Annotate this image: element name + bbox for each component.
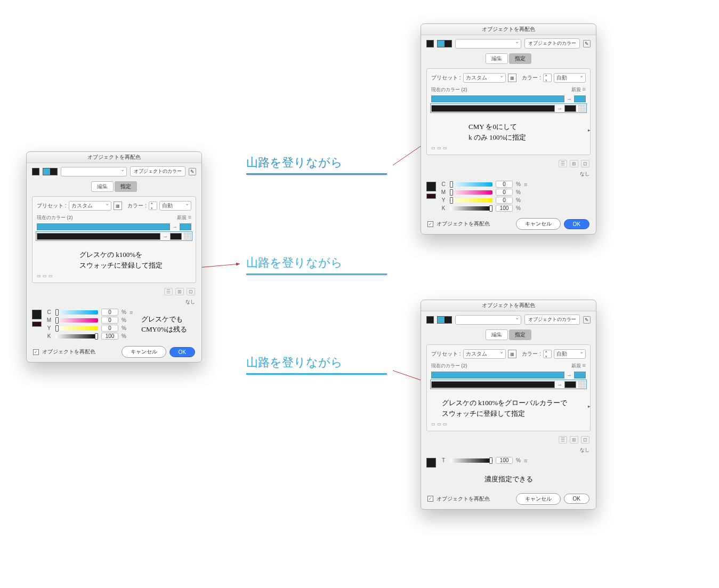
tab-assign[interactable]: 指定 xyxy=(509,53,531,64)
menu-icon[interactable]: ≡ xyxy=(188,214,191,220)
tool-icon[interactable]: ▭ xyxy=(431,146,435,150)
toolbar-icon[interactable]: ⊡ xyxy=(581,160,589,167)
recolor-checkbox[interactable]: ✓ xyxy=(427,496,433,502)
value-k[interactable]: 100 xyxy=(496,205,513,212)
preset-dropdown[interactable]: カスタム xyxy=(463,73,506,83)
cmyk-swatch-small[interactable] xyxy=(32,321,42,327)
slider-c[interactable] xyxy=(55,310,98,315)
expand-triangle-icon[interactable]: ▸ xyxy=(588,404,591,409)
tab-edit[interactable]: 編集 xyxy=(91,181,114,192)
new-swatch-cyan[interactable] xyxy=(574,372,586,378)
ok-button[interactable]: OK xyxy=(564,219,589,229)
color-bar-black[interactable] xyxy=(431,105,555,112)
tool-icon[interactable]: ▭ xyxy=(37,273,41,278)
new-swatch-black[interactable] xyxy=(564,105,576,112)
eyedropper-icon[interactable]: ✎ xyxy=(583,40,591,47)
color-bar-cyan[interactable] xyxy=(431,95,564,102)
preset-dropdown[interactable]: カスタム xyxy=(69,201,111,211)
swatch-pair[interactable] xyxy=(437,40,452,47)
swatch-current-fill[interactable] xyxy=(426,316,434,324)
color-group-grid-icon[interactable]: ▦ xyxy=(114,202,122,210)
color-group-dropdown[interactable] xyxy=(61,167,127,176)
eyedropper-icon[interactable]: ✎ xyxy=(583,316,591,324)
slider-m[interactable] xyxy=(55,318,98,323)
new-swatch-cyan[interactable] xyxy=(180,223,191,230)
swatch-grid-icon[interactable] xyxy=(578,104,586,112)
color-count-dropdown[interactable]: 自動 xyxy=(554,73,586,83)
recolor-checkbox[interactable]: ✓ xyxy=(33,349,39,355)
color-group-grid-icon[interactable]: ▦ xyxy=(508,350,516,358)
tab-assign[interactable]: 指定 xyxy=(509,329,531,340)
object-color-button[interactable]: オブジェクトのカラー xyxy=(524,315,580,325)
tool-icon[interactable]: ▭ xyxy=(431,422,435,426)
slider-y[interactable] xyxy=(450,198,492,203)
new-swatch-black[interactable] xyxy=(564,381,576,388)
swatch-grid-icon[interactable] xyxy=(184,232,191,240)
cancel-button[interactable]: キャンセル xyxy=(516,493,561,505)
slider-k[interactable] xyxy=(450,206,492,211)
menu-icon[interactable]: ≡ xyxy=(524,457,527,464)
color-bar-black[interactable] xyxy=(431,381,555,388)
slider-m[interactable] xyxy=(450,190,492,195)
cmyk-swatch-big[interactable] xyxy=(32,310,42,319)
tab-edit[interactable]: 編集 xyxy=(486,329,508,340)
swatch-current-fill[interactable] xyxy=(426,40,434,47)
value-y[interactable]: 0 xyxy=(496,197,513,204)
recolor-checkbox[interactable]: ✓ xyxy=(427,221,433,227)
expand-triangle-icon[interactable]: ▸ xyxy=(588,127,591,133)
color-group-dropdown[interactable] xyxy=(455,39,521,49)
new-swatch-black[interactable] xyxy=(170,233,182,240)
value-c[interactable]: 0 xyxy=(496,181,513,188)
tool-icon[interactable]: ▭ xyxy=(437,422,441,426)
color-count-dropdown[interactable]: 自動 xyxy=(159,201,191,211)
color-group-grid-icon[interactable]: ▦ xyxy=(508,74,516,82)
value-y[interactable]: 0 xyxy=(101,325,118,332)
slider-k[interactable] xyxy=(55,334,98,339)
tool-icon[interactable]: ▭ xyxy=(43,273,47,278)
slider-c[interactable] xyxy=(450,182,492,187)
tool-icon[interactable]: ▭ xyxy=(443,422,447,426)
eyedropper-icon[interactable]: ✎ xyxy=(189,168,196,175)
object-color-button[interactable]: オブジェクトのカラー xyxy=(524,38,580,49)
toolbar-icon[interactable]: ☰ xyxy=(559,436,567,444)
toolbar-icon[interactable]: ⊞ xyxy=(175,288,184,295)
menu-icon[interactable]: ≡ xyxy=(583,86,586,92)
toolbar-icon[interactable]: ☰ xyxy=(164,288,173,295)
cmyk-swatch-small[interactable] xyxy=(426,194,436,199)
cancel-button[interactable]: キャンセル xyxy=(122,346,166,358)
value-m[interactable]: 0 xyxy=(496,189,513,196)
value-m[interactable]: 0 xyxy=(101,317,118,324)
toolbar-icon[interactable]: ☰ xyxy=(559,160,567,167)
menu-icon[interactable]: ≡ xyxy=(130,309,133,316)
tool-icon[interactable]: ▭ xyxy=(437,146,441,150)
cancel-button[interactable]: キャンセル xyxy=(516,218,561,230)
new-swatch-cyan[interactable] xyxy=(574,95,586,102)
tool-icon[interactable]: ▭ xyxy=(443,146,447,150)
tab-assign[interactable]: 指定 xyxy=(115,181,137,192)
preset-dropdown[interactable]: カスタム xyxy=(463,349,506,359)
value-t[interactable]: 100 xyxy=(496,457,513,464)
color-group-dropdown[interactable] xyxy=(455,315,521,325)
value-c[interactable]: 0 xyxy=(101,309,118,316)
slider-t[interactable] xyxy=(450,458,492,463)
tool-icon[interactable]: ▭ xyxy=(49,273,53,278)
tint-swatch[interactable] xyxy=(426,458,436,468)
toolbar-icon[interactable]: ⊞ xyxy=(570,436,578,444)
color-bar-cyan[interactable] xyxy=(37,223,170,230)
slider-y[interactable] xyxy=(55,326,98,331)
value-k[interactable]: 100 xyxy=(101,333,118,340)
color-count-stepper[interactable] xyxy=(149,202,157,210)
toolbar-icon[interactable]: ⊞ xyxy=(570,160,578,167)
swatch-grid-icon[interactable] xyxy=(578,381,586,388)
swatch-current-fill[interactable] xyxy=(32,168,39,175)
ok-button[interactable]: OK xyxy=(169,347,195,357)
color-count-stepper[interactable] xyxy=(543,74,552,82)
color-count-stepper[interactable] xyxy=(543,350,552,358)
cmyk-swatch-big[interactable] xyxy=(426,182,436,191)
ok-button[interactable]: OK xyxy=(564,494,589,504)
swatch-pair[interactable] xyxy=(43,168,58,175)
color-bar-cyan[interactable] xyxy=(431,372,564,378)
menu-icon[interactable]: ≡ xyxy=(583,362,586,368)
toolbar-icon[interactable]: ⊡ xyxy=(581,436,589,444)
toolbar-icon[interactable]: ⊡ xyxy=(187,288,195,295)
